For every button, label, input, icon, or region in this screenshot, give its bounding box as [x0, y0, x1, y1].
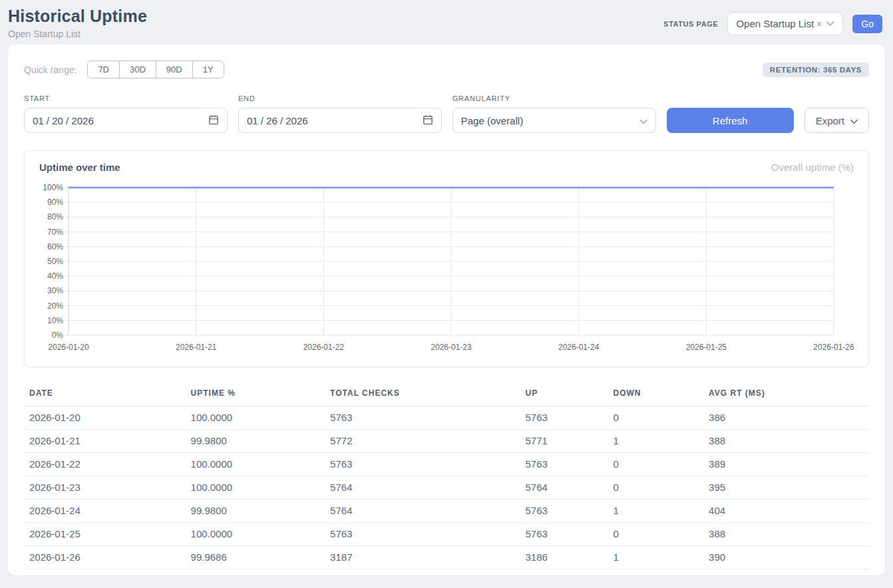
quick-range-label: Quick range:: [24, 65, 77, 75]
svg-text:80%: 80%: [47, 212, 63, 221]
svg-text:2026-01-22: 2026-01-22: [303, 343, 345, 352]
table-cell: 100.0000: [186, 453, 325, 476]
granularity-select[interactable]: Page (overall): [452, 108, 656, 133]
table-cell: 388: [703, 430, 869, 453]
table-row: 2026-01-22100.0000576357630389: [24, 453, 869, 476]
table-row: 2026-01-2199.9800577257711388: [24, 430, 869, 453]
chevron-down-icon: [850, 115, 858, 126]
table-cell: 5764: [325, 476, 520, 500]
svg-text:2026-01-21: 2026-01-21: [176, 343, 217, 352]
status-page-select-value: Open Startup List: [736, 18, 814, 29]
table-cell: 2026-01-26: [24, 546, 186, 569]
start-date-input[interactable]: 01 / 20 / 2026: [24, 108, 228, 133]
quick-range-30d[interactable]: 30D: [120, 61, 156, 78]
table-cell: 5763: [520, 500, 608, 523]
svg-text:10%: 10%: [47, 316, 63, 325]
table-row: 2026-01-25100.0000576357630388: [24, 523, 869, 546]
filter-form: START 01 / 20 / 2026 END 01 / 26 / 2026 …: [24, 94, 869, 133]
table-cell: 99.9686: [186, 546, 325, 569]
table-cell: 100.0000: [186, 523, 325, 546]
column-header: AVG RT (MS): [703, 383, 869, 406]
table-cell: 404: [703, 500, 869, 523]
clear-selection-icon[interactable]: ×: [816, 19, 822, 29]
table-cell: 1: [608, 500, 704, 523]
table-cell: 0: [608, 453, 704, 476]
chart-card: Uptime over time Overall uptime (%) 0%10…: [24, 150, 869, 367]
table-cell: 5763: [520, 406, 608, 430]
svg-text:0%: 0%: [52, 331, 64, 340]
svg-text:20%: 20%: [47, 301, 63, 311]
end-date-label: END: [238, 94, 442, 102]
quick-range-7d[interactable]: 7D: [88, 61, 120, 78]
page-heading: Historical Uptime Open Startup List: [8, 7, 147, 39]
table-cell: 0: [608, 406, 704, 430]
table-cell: 5771: [520, 430, 608, 453]
go-button[interactable]: Go: [852, 15, 882, 33]
chart-legend: Overall uptime (%): [771, 162, 854, 173]
table-cell: 0: [608, 523, 704, 546]
start-date-label: START: [24, 94, 228, 102]
svg-text:30%: 30%: [47, 286, 63, 295]
table-cell: 5763: [520, 453, 608, 476]
column-header: TOTAL CHECKS: [325, 383, 520, 406]
table-cell: 3187: [325, 546, 520, 569]
table-cell: 5764: [325, 500, 520, 523]
status-page-label: STATUS PAGE: [663, 20, 718, 28]
table-cell: 100.0000: [186, 476, 325, 500]
column-header: UP: [520, 383, 608, 406]
table-row: 2026-01-2699.9686318731861390: [24, 546, 869, 569]
header-controls: STATUS PAGE Open Startup List × Go: [663, 12, 882, 35]
table-cell: 99.9800: [186, 500, 325, 523]
granularity-field: GRANULARITY Page (overall): [452, 94, 656, 133]
svg-text:2026-01-25: 2026-01-25: [686, 343, 727, 352]
table-cell: 2026-01-20: [24, 406, 186, 430]
table-cell: 395: [703, 476, 869, 500]
table-cell: 386: [703, 406, 869, 430]
main-card: Quick range: 7D30D90D1Y RETENTION: 365 D…: [8, 45, 885, 575]
svg-text:2026-01-20: 2026-01-20: [48, 343, 89, 352]
table-cell: 2026-01-22: [24, 453, 186, 476]
export-button-label: Export: [816, 115, 844, 126]
table-cell: 5763: [325, 453, 520, 476]
column-header: DATE: [24, 383, 186, 406]
calendar-icon[interactable]: [208, 114, 219, 127]
refresh-button[interactable]: Refresh: [667, 108, 794, 133]
calendar-icon[interactable]: [423, 114, 433, 127]
table-cell: 2026-01-23: [24, 476, 186, 500]
table-cell: 1: [608, 546, 704, 569]
svg-text:2026-01-24: 2026-01-24: [558, 343, 600, 352]
status-page-select[interactable]: Open Startup List ×: [727, 12, 843, 35]
quick-range-1y[interactable]: 1Y: [193, 61, 224, 78]
svg-text:40%: 40%: [47, 271, 63, 281]
retention-badge: RETENTION: 365 DAYS: [763, 63, 869, 77]
end-date-field: END 01 / 26 / 2026: [238, 94, 442, 133]
table-header: DATEUPTIME %TOTAL CHECKSUPDOWNAVG RT (MS…: [24, 383, 869, 406]
quick-range: Quick range: 7D30D90D1Y: [24, 61, 224, 78]
quick-range-90d[interactable]: 90D: [156, 61, 193, 78]
toolbar-row: Quick range: 7D30D90D1Y RETENTION: 365 D…: [24, 61, 869, 78]
uptime-line-chart: 0%10%20%30%40%50%60%70%80%90%100%2026-01…: [39, 179, 854, 357]
table-cell: 390: [703, 546, 869, 569]
column-header: UPTIME %: [186, 383, 325, 406]
svg-text:70%: 70%: [47, 227, 63, 237]
table-cell: 388: [703, 523, 869, 546]
table-cell: 5763: [520, 523, 608, 546]
svg-text:90%: 90%: [47, 198, 63, 207]
export-button[interactable]: Export: [804, 108, 869, 133]
table-cell: 389: [703, 453, 869, 476]
svg-text:60%: 60%: [47, 242, 63, 251]
page-title: Historical Uptime: [8, 7, 147, 26]
page-header: Historical Uptime Open Startup List STAT…: [0, 0, 893, 45]
quick-range-group: 7D30D90D1Y: [87, 61, 224, 78]
table-cell: 2026-01-24: [24, 500, 186, 523]
table-cell: 5763: [325, 406, 520, 430]
uptime-table: DATEUPTIME %TOTAL CHECKSUPDOWNAVG RT (MS…: [24, 383, 869, 569]
table-row: 2026-01-2499.9800576457631404: [24, 500, 869, 523]
svg-text:100%: 100%: [43, 183, 63, 192]
end-date-input[interactable]: 01 / 26 / 2026: [238, 108, 442, 133]
svg-text:2026-01-26: 2026-01-26: [813, 343, 854, 352]
column-header: DOWN: [608, 383, 704, 406]
end-date-value: 01 / 26 / 2026: [247, 115, 308, 126]
page-subtitle: Open Startup List: [8, 29, 147, 39]
table-cell: 5763: [325, 523, 520, 546]
